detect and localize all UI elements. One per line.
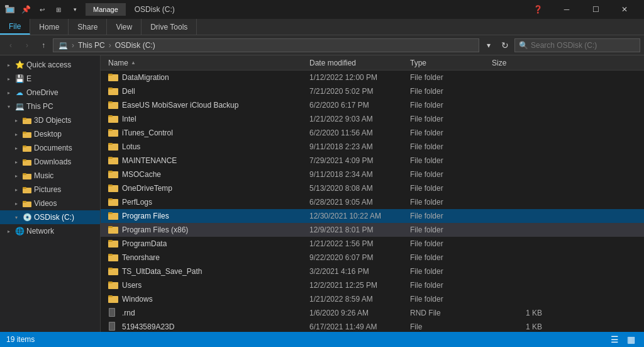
sidebar-item-desktop[interactable]: Desktop [0,127,100,141]
documents-arrow [13,144,20,152]
folder-icon [108,280,118,290]
search-input[interactable] [531,41,636,50]
svg-rect-42 [108,240,113,242]
refresh-button[interactable]: ↻ [498,38,512,52]
folder-icon [108,225,118,235]
tab-drive-tools[interactable]: Drive Tools [142,19,197,35]
file-row[interactable]: MAINTENANCE 7/29/2021 4:09 PM File folde… [101,154,644,168]
search-box[interactable]: 🔍 [514,38,640,52]
breadcrumb-osdisk[interactable]: OSDisk (C:) [115,41,155,50]
file-row[interactable]: Program Files (x86) 12/9/2021 8:01 PM Fi… [101,223,644,237]
up-button[interactable]: ↑ [36,38,50,52]
svg-rect-2 [5,5,9,8]
detail-view-button[interactable]: ▦ [624,334,638,345]
file-date: 12/2/2021 12:25 PM [309,281,410,290]
file-name: TS_UltData_Save_Path [122,267,202,276]
manage-tab: Manage [86,3,126,16]
file-name: ProgramData [122,239,167,248]
sidebar-item-pictures[interactable]: Pictures [0,183,100,196]
tab-file[interactable]: File [0,19,30,35]
file-name: MAINTENANCE [122,156,177,165]
videos-label: Videos [34,199,57,208]
file-row[interactable]: DataMigration 1/12/2022 12:00 PM File fo… [101,71,644,84]
maximize-button[interactable]: ☐ [581,0,610,19]
file-row[interactable]: EaseUS MobiSaver iCloud Backup 6/2/2020 … [101,98,644,112]
folder-icon [108,266,118,276]
network-arrow [5,227,13,235]
sidebar-item-onedrive[interactable]: ☁ OneDrive [0,86,100,100]
file-row[interactable]: Lotus 9/11/2018 2:23 AM File folder [101,140,644,154]
3d-objects-arrow [13,117,20,124]
minimize-button[interactable]: ─ [552,0,581,19]
file-date: 7/21/2020 5:02 PM [309,87,410,96]
file-date: 6/17/2021 11:49 AM [309,322,410,331]
file-date: 6/28/2021 9:05 AM [309,198,410,207]
folder-icon [108,86,118,96]
file-row[interactable]: Windows 1/21/2022 8:59 AM File folder [101,292,644,306]
pin-button[interactable]: 📌 [19,3,33,16]
osdisk-arrow [13,213,20,221]
file-row[interactable]: Program Files 12/30/2021 10:22 AM File f… [101,209,644,223]
file-name-cell: TS_UltData_Save_Path [108,266,309,276]
tab-share[interactable]: Share [69,19,107,35]
file-row[interactable]: iTunes_Control 6/2/2020 11:56 AM File fo… [101,126,644,140]
breadcrumb-this-pc[interactable]: This PC [78,41,105,50]
file-row[interactable]: MSOCache 9/11/2018 2:34 AM File folder [101,168,644,181]
file-row[interactable]: Tenorshare 9/22/2020 6:07 PM File folder [101,251,644,265]
sidebar-item-videos[interactable]: Videos [0,196,100,210]
sidebar-item-downloads[interactable]: Downloads [0,155,100,169]
customize-button[interactable]: ▾ [68,3,82,16]
manage-button[interactable]: Manage [86,3,126,16]
file-icon [108,308,118,318]
svg-rect-16 [23,201,26,203]
sidebar-item-network[interactable]: 🌐 Network [0,224,100,238]
col-header-name[interactable]: Name ▲ [106,55,307,70]
file-date: 1/6/2020 9:26 AM [309,309,410,317]
tab-home[interactable]: Home [30,19,69,35]
file-date: 9/11/2018 2:34 AM [309,170,410,179]
file-row[interactable]: Intel 1/21/2022 9:03 AM File folder [101,112,644,126]
address-dropdown-button[interactable]: ▾ [482,38,496,52]
sidebar-item-documents[interactable]: Documents [0,141,100,155]
file-name-cell: 51943589A23D [108,322,309,332]
file-row[interactable]: 51943589A23D 6/17/2021 11:49 AM File 1 K… [101,320,644,332]
col-header-date[interactable]: Date modified [307,55,408,70]
forward-button[interactable]: › [20,38,34,52]
close-button[interactable]: ✕ [610,0,639,19]
sidebar-item-3d-objects[interactable]: 3D Objects [0,113,100,127]
address-path[interactable]: 💻 › This PC › OSDisk (C:) [53,38,479,52]
back-button[interactable]: ‹ [4,38,18,52]
col-header-type[interactable]: Type [408,55,489,70]
file-row[interactable]: TS_UltData_Save_Path 3/2/2021 4:16 PM Fi… [101,265,644,278]
col-header-size[interactable]: Size [489,55,540,70]
title-bar-left: 📌 ↩ ⊞ ▾ Manage OSDisk (C:) [5,3,175,16]
file-type: File folder [410,225,492,234]
file-type: File [410,322,492,331]
sidebar-item-e-drive[interactable]: 💾 E [0,72,100,86]
sidebar-item-music[interactable]: Music [0,169,100,183]
tab-view[interactable]: View [107,19,142,35]
sidebar-item-quick-access[interactable]: ⭐ Quick access [0,58,100,72]
file-row[interactable]: Dell 7/21/2020 5:02 PM File folder [101,84,644,98]
file-row[interactable]: ProgramData 1/21/2022 1:56 PM File folde… [101,237,644,251]
svg-rect-38 [108,212,113,214]
file-row[interactable]: .rnd 1/6/2020 9:26 AM RND File 1 KB [101,306,644,320]
search-icon: 🔍 [519,41,528,50]
network-label: Network [26,227,54,236]
help-button[interactable]: ❓ [523,0,552,19]
file-type: File folder [410,115,492,123]
file-row[interactable]: PerfLogs 6/28/2021 9:05 AM File folder [101,195,644,209]
osdisk-drive-icon: 💿 [23,213,31,222]
3d-objects-label: 3D Objects [34,116,71,125]
sidebar-item-this-pc[interactable]: 💻 This PC [0,100,100,113]
svg-rect-24 [108,115,113,117]
list-view-button[interactable]: ☰ [608,334,621,345]
path-icon: 💻 [58,41,68,50]
properties-button[interactable]: ⊞ [52,3,65,16]
undo-button[interactable]: ↩ [35,3,49,16]
file-row[interactable]: Users 12/2/2021 12:25 PM File folder [101,278,644,292]
quick-access-label: Quick access [26,60,71,69]
file-row[interactable]: OneDriveTemp 5/13/2020 8:08 AM File fold… [101,181,644,195]
folder-icon [108,239,118,249]
sidebar-item-osdisk[interactable]: 💿 OSDisk (C:) [0,210,100,224]
